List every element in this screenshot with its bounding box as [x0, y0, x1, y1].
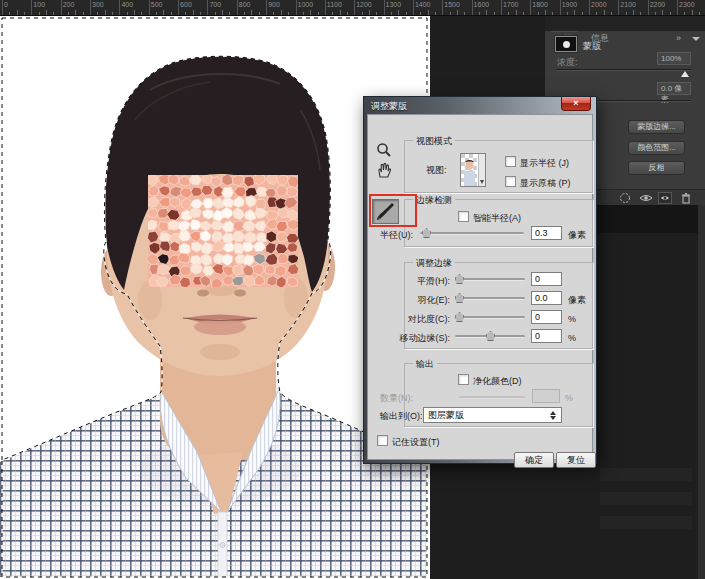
density-slider-handle[interactable] — [681, 71, 689, 77]
ruler-label: 1600 — [474, 1, 490, 8]
ruler-tick — [119, 0, 120, 15]
ruler-minor-tick — [450, 12, 451, 15]
ruler-minor-tick — [222, 10, 223, 15]
color-range-button[interactable]: 颜色范围... — [628, 141, 685, 155]
ruler-tick — [61, 0, 62, 15]
edge-detection-group: 边缘检测 — [404, 199, 593, 247]
ruler-minor-tick — [479, 12, 480, 15]
ruler-tick — [530, 0, 531, 15]
ruler-minor-tick — [127, 12, 128, 15]
decontaminate-colors-checkbox[interactable] — [458, 374, 469, 385]
density-label: 浓度: — [557, 56, 578, 69]
ruler-tick — [560, 0, 561, 15]
mask-thumbnail[interactable] — [555, 36, 577, 52]
dialog-title: 调整蒙版 — [371, 100, 407, 113]
ruler-minor-tick — [141, 12, 142, 15]
show-radius-checkbox[interactable] — [505, 156, 516, 167]
ruler-minor-tick — [420, 12, 421, 15]
ok-button[interactable]: 确定 — [514, 452, 554, 468]
load-selection-icon[interactable] — [618, 192, 632, 204]
mask-visibility-eye-icon[interactable] — [658, 192, 672, 204]
ruler-minor-tick — [633, 10, 634, 15]
smart-radius-checkbox[interactable] — [458, 211, 469, 222]
view-thumbnail-dropdown[interactable] — [460, 153, 486, 187]
reset-button[interactable]: 复位 — [556, 452, 596, 468]
mosaic-cell — [203, 198, 214, 208]
contrast-value[interactable]: 0 — [531, 310, 562, 324]
shift-edge-unit: % — [568, 333, 576, 343]
remember-settings-checkbox[interactable] — [377, 435, 388, 446]
ruler-minor-tick — [229, 12, 230, 15]
edge-detection-title: 边缘检测 — [413, 195, 455, 205]
ruler-minor-tick — [508, 12, 509, 15]
ruler-minor-tick — [552, 12, 553, 15]
view-label: 视图: — [426, 165, 447, 175]
ruler-minor-tick — [163, 10, 164, 15]
thumbnail-dropdown-arrow[interactable] — [478, 154, 485, 186]
ruler-minor-tick — [574, 10, 575, 15]
mosaic-cell — [202, 209, 214, 219]
ruler-tick — [31, 0, 32, 15]
ruler-label: 900 — [268, 1, 280, 8]
ruler-minor-tick — [604, 10, 605, 15]
output-to-dropdown[interactable]: 图层蒙版 — [423, 407, 562, 423]
smooth-value[interactable]: 0 — [531, 272, 562, 286]
ruler-minor-tick — [112, 12, 113, 15]
apply-mask-icon[interactable] — [639, 192, 653, 204]
ruler-tick — [413, 0, 414, 15]
ruler-minor-tick — [340, 10, 341, 15]
ruler-label: 500 — [151, 1, 163, 8]
ruler-minor-tick — [46, 10, 47, 15]
mask-edge-button[interactable]: 蒙版边缘... — [628, 120, 685, 134]
ruler-tick — [648, 0, 649, 15]
ruler-minor-tick — [200, 12, 201, 15]
ruler-minor-tick — [523, 12, 524, 15]
ruler-tick — [618, 0, 619, 15]
mosaic-cell — [168, 221, 180, 231]
radius-value[interactable]: 0.3 — [531, 226, 562, 240]
density-slider[interactable] — [557, 69, 691, 71]
ruler-label: 200 — [63, 1, 75, 8]
delete-mask-trash-icon[interactable] — [679, 192, 693, 204]
panel-collapse-icon[interactable]: » — [676, 33, 681, 43]
feather-slider-dialog[interactable] — [455, 297, 525, 300]
ruler-tick — [354, 0, 355, 15]
ruler-tick — [384, 0, 385, 15]
ruler-tick — [296, 0, 297, 15]
hand-tool-icon[interactable] — [375, 161, 393, 179]
ruler-label: 1900 — [562, 1, 578, 8]
ruler-minor-tick — [596, 12, 597, 15]
invert-button[interactable]: 反相 — [628, 161, 685, 175]
shift-edge-label: 移动边缘(S): — [376, 333, 450, 343]
ruler-label: 600 — [180, 1, 192, 8]
ruler-label: 700 — [209, 1, 221, 8]
panel-menu-icon[interactable] — [692, 37, 700, 41]
shift-edge-value[interactable]: 0 — [531, 329, 562, 343]
ruler-minor-tick — [288, 12, 289, 15]
smooth-slider[interactable] — [455, 278, 525, 281]
ruler-minor-tick — [24, 12, 25, 15]
ruler-minor-tick — [486, 10, 487, 15]
zoom-tool-icon[interactable] — [375, 141, 393, 159]
shift-edge-slider[interactable] — [455, 335, 525, 338]
feather-value[interactable]: 0.0 像素 — [657, 82, 691, 95]
show-original-checkbox[interactable] — [505, 176, 516, 187]
ruler-minor-tick — [655, 12, 656, 15]
ruler-tick — [266, 0, 267, 15]
radius-slider[interactable] — [420, 232, 524, 235]
dialog-close-button[interactable]: × — [561, 97, 591, 111]
contrast-slider[interactable] — [455, 316, 525, 319]
ruler-minor-tick — [494, 12, 495, 15]
ruler-tick — [207, 0, 208, 15]
ruler-minor-tick — [75, 10, 76, 15]
output-title: 输出 — [413, 359, 437, 369]
ruler-minor-tick — [185, 12, 186, 15]
amount-unit: % — [565, 393, 573, 403]
ruler-minor-tick — [39, 12, 40, 15]
ruler-minor-tick — [538, 12, 539, 15]
contrast-label: 对比度(C): — [376, 314, 450, 324]
feather-value-dialog[interactable]: 0.0 — [531, 291, 562, 305]
ruler-minor-tick — [640, 12, 641, 15]
ruler-minor-tick — [347, 12, 348, 15]
density-value[interactable]: 100% — [657, 52, 691, 65]
